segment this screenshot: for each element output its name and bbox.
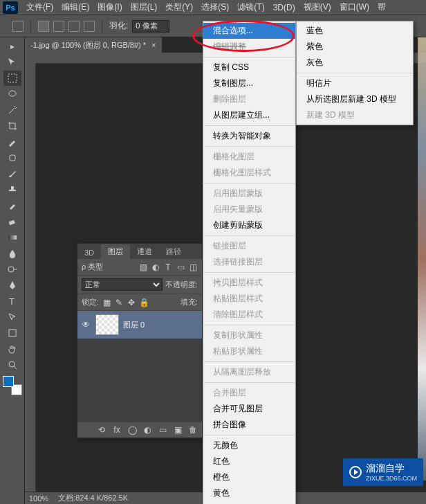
context-menu-layer: 混合选项... 编辑调整 复制 CSS复制图层...删除图层从图层建立组...转…	[203, 21, 296, 504]
mi-item[interactable]: 无颜色	[203, 438, 295, 453]
history-brush-tool[interactable]	[3, 198, 21, 213]
eraser-tool[interactable]	[3, 214, 21, 229]
zoom-level[interactable]: 100%	[29, 494, 48, 503]
mi-item[interactable]: 橙色	[203, 469, 295, 485]
mi-item[interactable]: 蓝色	[297, 23, 413, 39]
menu-image[interactable]: 图像(I)	[98, 1, 122, 13]
filter-image-icon[interactable]: ▧	[138, 262, 148, 272]
mi-item[interactable]: 黄色	[203, 485, 295, 501]
healing-tool[interactable]	[3, 150, 21, 165]
type-tool[interactable]: T	[3, 294, 21, 309]
filter-type-icon[interactable]: T	[163, 262, 173, 272]
menu-3d[interactable]: 3D(D)	[273, 3, 295, 12]
mi-item[interactable]: 创建剪贴蒙版	[203, 217, 295, 233]
mask-icon[interactable]: ◯	[127, 425, 137, 435]
mi-blending-options[interactable]: 混合选项...	[203, 23, 295, 39]
close-icon[interactable]: ×	[151, 41, 156, 49]
mi-item[interactable]: 灰色	[297, 55, 413, 71]
mi-item[interactable]: 从图层建立组...	[203, 107, 295, 123]
menu-type[interactable]: 类型(Y)	[165, 1, 193, 13]
wand-tool[interactable]	[3, 102, 21, 118]
lock-transparent-icon[interactable]: ▦	[102, 298, 111, 307]
marquee-tool[interactable]	[3, 71, 21, 86]
menu-help[interactable]: 帮	[378, 1, 386, 13]
group-icon[interactable]: ▭	[158, 425, 167, 435]
play-icon	[349, 466, 362, 478]
tool-preset-icon[interactable]	[12, 21, 24, 32]
path-select-tool[interactable]	[3, 309, 21, 325]
tab-layers[interactable]: 图层	[101, 244, 130, 259]
gradient-tool[interactable]	[3, 230, 21, 245]
hand-tool[interactable]	[3, 341, 21, 357]
mi-item[interactable]: 绿色	[203, 501, 295, 504]
mi-item[interactable]: 转换为智能对象	[203, 128, 295, 144]
mi-item[interactable]: 复制 CSS	[203, 60, 295, 75]
layer-name[interactable]: 图层 0	[123, 320, 145, 330]
adjustment-icon[interactable]: ◐	[142, 425, 152, 435]
mi-item[interactable]: 合并可见图层	[203, 401, 295, 417]
visibility-icon[interactable]: 👁	[82, 320, 91, 330]
menu-edit[interactable]: 编辑(E)	[62, 1, 89, 13]
watermark: 溜溜自学 ZIXUE.3D66.COM	[343, 458, 423, 486]
mi-item: 删除图层	[203, 91, 295, 107]
ruler-vertical[interactable]	[25, 64, 36, 492]
move-tool[interactable]	[3, 55, 21, 70]
zoom-tool[interactable]	[3, 357, 21, 372]
filter-kind-label: ρ 类型	[82, 262, 103, 272]
lock-pixels-icon[interactable]: ✎	[114, 298, 124, 307]
toolbox: ▸ T	[0, 37, 25, 504]
new-selection-icon[interactable]	[38, 21, 49, 32]
fill-label: 填充:	[180, 297, 198, 307]
expand-icon[interactable]: ▸	[3, 39, 21, 54]
lock-label: 锁定:	[82, 297, 99, 307]
mi-item: 链接图层	[203, 238, 295, 254]
foreground-color[interactable]	[3, 376, 14, 387]
svg-rect-2	[10, 155, 15, 161]
layer-row[interactable]: 👁 图层 0	[77, 311, 202, 339]
mi-item[interactable]: 红色	[203, 453, 295, 469]
mi-item[interactable]: 从所选图层新建 3D 模型	[297, 91, 413, 107]
subtract-selection-icon[interactable]	[68, 21, 80, 32]
document-tab[interactable]: -1.jpg @ 100% (图层 0, RGB/8#) * ×	[25, 37, 163, 53]
mi-edit-adjustment[interactable]: 编辑调整	[203, 39, 295, 55]
tab-channels[interactable]: 通道	[130, 244, 159, 259]
lock-all-icon[interactable]: 🔒	[139, 298, 149, 307]
mi-item: 栅格化图层样式	[203, 165, 295, 181]
menu-view[interactable]: 视图(V)	[304, 1, 331, 13]
feather-input[interactable]	[132, 20, 169, 33]
filter-smart-icon[interactable]: ◫	[188, 262, 198, 272]
dodge-tool[interactable]	[3, 262, 21, 277]
brush-tool[interactable]	[3, 166, 21, 181]
filter-adjust-icon[interactable]: ◐	[151, 262, 160, 272]
color-swatches[interactable]	[3, 376, 22, 395]
menu-select[interactable]: 选择(S)	[201, 1, 229, 13]
new-layer-icon[interactable]: ▣	[173, 425, 183, 435]
layer-thumbnail[interactable]	[95, 314, 119, 335]
blend-mode-select[interactable]: 正常	[82, 278, 163, 291]
crop-tool[interactable]	[3, 118, 21, 134]
menu-window[interactable]: 窗口(W)	[340, 1, 369, 13]
lock-position-icon[interactable]: ✥	[127, 298, 136, 307]
lasso-tool[interactable]	[3, 87, 21, 102]
menu-layer[interactable]: 图层(L)	[131, 1, 158, 13]
stamp-tool[interactable]	[3, 182, 21, 197]
pen-tool[interactable]	[3, 278, 21, 293]
eyedropper-tool[interactable]	[3, 134, 21, 150]
tab-paths[interactable]: 路径	[159, 244, 188, 259]
filter-shape-icon[interactable]: ▭	[176, 262, 185, 272]
menu-filter[interactable]: 滤镜(T)	[237, 1, 264, 13]
mi-item[interactable]: 紫色	[297, 39, 413, 55]
link-layers-icon[interactable]: ⟲	[97, 425, 106, 435]
trash-icon[interactable]: 🗑	[188, 425, 198, 435]
fx-icon[interactable]: fx	[112, 425, 122, 435]
add-selection-icon[interactable]	[53, 21, 64, 32]
mi-item[interactable]: 明信片	[297, 75, 413, 91]
mi-item[interactable]: 复制图层...	[203, 75, 295, 91]
mi-item[interactable]: 拼合图像	[203, 417, 295, 433]
menu-file[interactable]: 文件(F)	[26, 1, 53, 13]
mi-item: 启用图层蒙版	[203, 186, 295, 201]
tab-3d[interactable]: 3D	[77, 246, 101, 259]
intersect-selection-icon[interactable]	[84, 21, 95, 32]
blur-tool[interactable]	[3, 246, 21, 261]
shape-tool[interactable]	[3, 325, 21, 341]
